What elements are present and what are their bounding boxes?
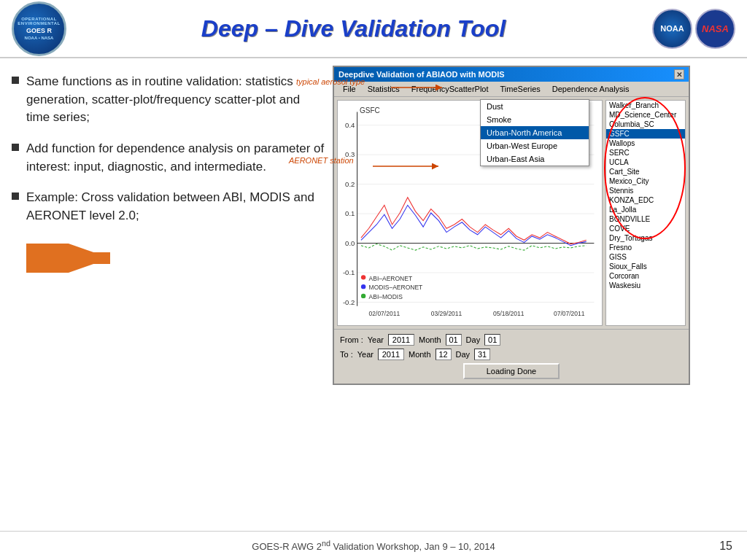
menu-timeseries[interactable]: TimeSeries <box>495 83 546 95</box>
station-item[interactable]: KONZA_EDC <box>606 195 685 205</box>
svg-text:-0.2: -0.2 <box>343 298 355 306</box>
menu-dependence[interactable]: Dependence Analysis <box>546 83 635 95</box>
svg-rect-31 <box>361 294 365 298</box>
bullet-3: Example: Cross validation between ABI, M… <box>12 189 325 225</box>
station-item[interactable]: Columbia_SC <box>606 120 685 129</box>
station-item[interactable]: Cart_Site <box>606 167 685 176</box>
svg-text:ABI–MODIS: ABI–MODIS <box>369 293 403 300</box>
goes-logo: OPERATIONAL ENVIRONMENTAL GOES R NOAA • … <box>12 1 66 56</box>
menu-statistics[interactable]: Statistics <box>362 83 406 95</box>
to-label: To : <box>340 350 353 359</box>
day-label-to: Day <box>456 350 471 359</box>
from-label: From : <box>340 335 363 344</box>
station-item[interactable]: BONDVILLE <box>606 214 685 224</box>
footer: GOES-R AWG 2nd Validation Workshop, Jan … <box>0 531 747 560</box>
from-year-input[interactable] <box>388 334 414 346</box>
station-item[interactable]: Walker_Branch <box>606 101 685 110</box>
to-row: To : Year Month Day <box>340 349 683 360</box>
bullet-text-2: Add function for dependence analysis on … <box>26 140 325 176</box>
app-title: Deepdive Validation of ABIAOD with MODIS <box>338 70 505 79</box>
bullet-icon-3 <box>12 192 19 200</box>
bullet-1: Same functions as in routine validation:… <box>12 73 325 127</box>
day-label-from: Day <box>466 335 481 344</box>
svg-text:0.2: 0.2 <box>345 180 355 188</box>
to-month-input[interactable] <box>436 349 452 360</box>
app-titlebar: Deepdive Validation of ABIAOD with MODIS… <box>334 67 689 82</box>
station-item[interactable]: Waskesiu <box>606 281 685 290</box>
station-item[interactable]: Wallops <box>606 139 685 148</box>
page-title: Deep – Dive Validation Tool <box>66 15 640 42</box>
header: OPERATIONAL ENVIRONMENTAL GOES R NOAA • … <box>0 0 747 58</box>
dropdown-urban-we[interactable]: Urban-West Europe <box>481 139 589 152</box>
svg-rect-29 <box>361 284 365 289</box>
svg-text:0.1: 0.1 <box>345 209 355 217</box>
station-item[interactable]: MD_Science_Center <box>606 110 685 120</box>
bullet-icon-1 <box>12 77 19 84</box>
bullet-text-3: Example: Cross validation between ABI, M… <box>26 189 325 225</box>
svg-text:0.0: 0.0 <box>345 239 355 247</box>
dropdown-urban-ea[interactable]: Urban-East Asia <box>481 152 589 166</box>
svg-rect-27 <box>361 275 365 279</box>
dropdown-dust[interactable]: Dust <box>481 100 589 113</box>
dropdown-smoke[interactable]: Smoke <box>481 113 589 126</box>
noaa-logo: NOAA <box>652 9 692 49</box>
to-day-input[interactable] <box>474 349 490 360</box>
svg-text:05/18/2011: 05/18/2011 <box>493 310 525 317</box>
station-item[interactable]: Sioux_Falls <box>606 262 685 271</box>
bullet-2: Add function for dependence analysis on … <box>12 140 325 176</box>
svg-text:07/07/2011: 07/07/2011 <box>554 310 585 317</box>
menu-file[interactable]: File <box>337 83 362 95</box>
year-label-to: Year <box>357 350 374 359</box>
to-year-input[interactable] <box>378 349 404 360</box>
aerosol-dropdown[interactable]: Dust Smoke Urban-North America Urban-Wes… <box>480 99 589 166</box>
arrow-container <box>26 244 325 273</box>
right-panel: typical aerosol type AERONET station <box>333 66 735 524</box>
close-button[interactable]: ✕ <box>674 69 684 79</box>
orange-arrow-icon <box>26 244 114 273</box>
from-day-input[interactable] <box>484 334 500 346</box>
from-row: From : Year Month Day <box>340 334 683 346</box>
station-item[interactable]: SERC <box>606 148 685 158</box>
dropdown-urban-na[interactable]: Urban-North America <box>481 126 589 139</box>
station-item[interactable]: Mexico_City <box>606 176 685 186</box>
bullet-text-1: Same functions as in routine validation:… <box>26 73 325 127</box>
svg-text:ABI–AERONET: ABI–AERONET <box>369 275 413 282</box>
station-item[interactable]: Corcoran <box>606 271 685 281</box>
station-item[interactable]: Stennis <box>606 186 685 195</box>
svg-text:02/07/2011: 02/07/2011 <box>369 310 400 317</box>
page-number: 15 <box>719 540 732 553</box>
chart-station-label: GSFC <box>360 106 380 114</box>
left-panel: Same functions as in routine validation:… <box>12 66 325 524</box>
month-label-from: Month <box>419 335 441 344</box>
svg-text:-0.1: -0.1 <box>343 268 355 276</box>
logos-right: NOAA NASA <box>640 5 735 52</box>
svg-text:MODIS–AERONET: MODIS–AERONET <box>369 284 423 291</box>
nasa-logo: NASA <box>695 9 735 49</box>
main-content: Same functions as in routine validation:… <box>0 58 747 531</box>
bullet-icon-2 <box>12 144 19 151</box>
app-bottom: From : Year Month Day To : Year Month Da… <box>334 329 689 384</box>
month-label-to: Month <box>409 350 431 359</box>
station-list[interactable]: Walker_BranchMD_Science_CenterColumbia_S… <box>605 100 686 326</box>
station-item[interactable]: UCLA <box>606 158 685 167</box>
from-month-input[interactable] <box>446 334 462 346</box>
svg-text:0.4: 0.4 <box>345 121 355 129</box>
station-item[interactable]: GSFC <box>606 129 685 139</box>
station-item[interactable]: GISS <box>606 252 685 262</box>
svg-text:03/29/2011: 03/29/2011 <box>431 310 462 317</box>
menu-frequency-scatter[interactable]: FrequencyScatterPlot <box>406 83 495 95</box>
app-window: Deepdive Validation of ABIAOD with MODIS… <box>333 66 690 385</box>
station-item[interactable]: La_Jolla <box>606 205 685 214</box>
station-list-container: Walker_BranchMD_Science_CenterColumbia_S… <box>605 97 689 329</box>
station-item[interactable]: COVE <box>606 224 685 233</box>
station-item[interactable]: Dry_Tortugas <box>606 233 685 243</box>
year-label-from: Year <box>368 335 384 344</box>
svg-rect-1 <box>26 252 85 264</box>
footer-text: GOES-R AWG 2nd Validation Workshop, Jan … <box>252 539 495 552</box>
app-menubar: File Statistics FrequencyScatterPlot Tim… <box>334 82 689 97</box>
station-item[interactable]: Fresno <box>606 243 685 252</box>
svg-text:0.3: 0.3 <box>345 150 355 158</box>
loading-done-button[interactable]: Loading Done <box>463 363 560 379</box>
